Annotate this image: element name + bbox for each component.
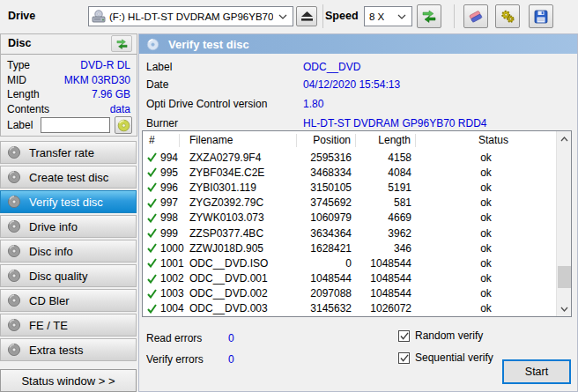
table-row[interactable]: 998 ZYWK0103.073 1060979 4669 ok <box>143 211 556 226</box>
sidebar-menu-item[interactable]: Disc quality <box>0 264 137 287</box>
random-verify-checkbox[interactable]: Random verify <box>398 329 483 342</box>
check-icon <box>147 167 157 177</box>
scroll-up-button[interactable] <box>557 131 572 146</box>
disc-label-button[interactable] <box>115 116 132 134</box>
cell-position: 2595316 <box>297 152 356 164</box>
column-header-filename[interactable]: Filename <box>180 134 297 147</box>
table-row[interactable]: 996 ZYBI0301.119 3150105 5191 ok <box>143 180 556 195</box>
disc-label-label: Label <box>7 119 33 131</box>
cell-status: ok <box>416 166 556 179</box>
sidebar-menu-item-label: Drive info <box>29 220 78 233</box>
verify-info: Label ODC__DVD Date 04/12/2020 15:54:13 … <box>139 59 577 133</box>
sidebar-menu-item-label: Verify test disc <box>29 196 103 209</box>
refresh-drives-button[interactable] <box>417 4 441 28</box>
eraser-icon <box>468 10 484 24</box>
cell-length: 1048544 <box>356 272 416 285</box>
column-header-position[interactable]: Position <box>297 134 356 147</box>
verify-results-table: # Filename Position Length Status 994 <box>142 130 572 317</box>
disc-icon <box>7 293 21 307</box>
table-header: # Filename Position Length Status <box>143 131 571 150</box>
sidebar-menu-item[interactable]: Disc info <box>0 240 137 263</box>
info-label: Burner <box>146 117 303 129</box>
erase-disc-button[interactable] <box>463 4 488 28</box>
column-header-status[interactable]: Status <box>416 134 571 147</box>
cell-position: 1628421 <box>297 242 356 255</box>
sidebar-menu-item[interactable]: Verify test disc <box>0 190 137 213</box>
disc-panel-header: Disc <box>1 34 137 53</box>
sidebar-menu-item[interactable]: FE / TE <box>0 314 137 337</box>
table-row[interactable]: 1000 ZZWJ018D.905 1628421 346 ok <box>143 240 556 255</box>
cell-status: ok <box>416 152 556 164</box>
save-icon <box>534 10 548 24</box>
sidebar-menu-item-label: CD Bler <box>29 294 70 307</box>
verify-errors-label: Verify errors <box>146 353 228 366</box>
sidebar-menu-item[interactable]: CD Bler <box>0 289 137 312</box>
disc-field-value: DVD-R DL <box>80 59 130 71</box>
sidebar-menu-item-label: FE / TE <box>29 319 68 332</box>
cell-length: 1026072 <box>356 302 416 314</box>
drive-label: Drive <box>8 10 35 22</box>
check-icon <box>147 213 157 223</box>
check-icon <box>147 152 157 162</box>
column-header-num[interactable]: # <box>143 134 180 147</box>
sidebar-menu-item-label: Transfer rate <box>29 146 94 159</box>
table-row[interactable]: 999 ZZSP0377.4BC 3634364 3962 ok <box>143 226 556 240</box>
cell-num: 995 <box>143 166 180 179</box>
settings-button[interactable] <box>495 4 520 28</box>
sidebar-menu-item[interactable]: Create test disc <box>0 166 137 189</box>
disc-panel: Disc Type DVD-R DL MID MKM 03RD30 <box>0 33 137 137</box>
table-row[interactable]: 1001 ODC__DVD.ISO 0 1048544 ok <box>143 255 556 270</box>
disc-field-label: Length <box>7 88 40 100</box>
start-button[interactable]: Start <box>502 359 571 384</box>
cell-filename: ZYWK0103.073 <box>180 211 297 224</box>
cell-status: ok <box>416 287 556 300</box>
sequential-verify-checkbox[interactable]: Sequential verify <box>398 351 493 364</box>
eject-button[interactable] <box>296 6 317 26</box>
cell-num: 997 <box>143 196 180 209</box>
cell-num: 994 <box>143 152 180 164</box>
cell-position: 0 <box>297 257 356 270</box>
save-button[interactable] <box>529 4 553 28</box>
scrollbar-thumb[interactable] <box>558 266 571 288</box>
table-row[interactable]: 1002 ODC__DVD.001 1048544 1048544 ok <box>143 271 556 286</box>
sidebar-menu-item-label: Disc quality <box>29 270 87 283</box>
sidebar-menu-item[interactable]: Drive info <box>0 215 137 238</box>
table-row[interactable]: 1003 ODC__DVD.002 2097088 1048544 ok <box>143 286 556 301</box>
cell-num: 1003 <box>143 287 180 300</box>
check-icon <box>147 289 157 299</box>
read-errors-row: Read errors 0 <box>146 332 234 344</box>
sidebar-menu-item[interactable]: Transfer rate <box>0 141 137 164</box>
check-icon <box>147 304 157 314</box>
sidebar-menu-item[interactable]: Extra tests <box>0 338 137 361</box>
disc-icon <box>146 38 159 51</box>
cell-num: 1000 <box>143 242 180 255</box>
cell-length: 4084 <box>356 166 416 179</box>
cell-filename: ODC__DVD.ISO <box>180 257 297 270</box>
column-header-length[interactable]: Length <box>356 134 416 147</box>
drive-select[interactable]: (F:) HL-DT-ST DVDRAM GP96YB70 RF01 <box>88 6 293 26</box>
read-errors-label: Read errors <box>146 332 228 344</box>
table-row[interactable]: 1004 ODC__DVD.003 3145632 1026072 ok <box>143 301 556 316</box>
cell-length: 346 <box>356 242 416 255</box>
disc-field-row: Contents data <box>1 102 137 117</box>
eject-icon <box>301 11 313 21</box>
disc-refresh-button[interactable] <box>111 35 132 52</box>
check-icon <box>147 228 157 238</box>
disc-field-label: Type <box>7 59 30 71</box>
disc-label-input[interactable] <box>41 117 110 133</box>
speed-select[interactable]: 8 X <box>364 6 412 26</box>
table-row[interactable]: 995 ZYBF034E.C2E 3468334 4084 ok <box>143 165 556 180</box>
info-label: Date <box>146 78 303 91</box>
table-row[interactable]: 997 ZYGZ0392.79C 3745692 581 ok <box>143 196 556 211</box>
cell-position: 3145632 <box>297 302 356 314</box>
cell-length: 1048544 <box>356 257 416 270</box>
table-row[interactable]: 994 ZXZA0279.9F4 2595316 4158 ok <box>143 150 556 165</box>
disc-label-row: Label <box>1 115 137 135</box>
vertical-scrollbar <box>556 131 571 316</box>
disc-field-label: Contents <box>7 103 49 115</box>
scroll-down-button[interactable] <box>557 301 572 316</box>
disc-icon <box>7 170 21 184</box>
status-window-button[interactable]: Status window > > <box>0 369 137 392</box>
check-icon <box>147 243 157 253</box>
speed-label: Speed <box>325 10 359 22</box>
